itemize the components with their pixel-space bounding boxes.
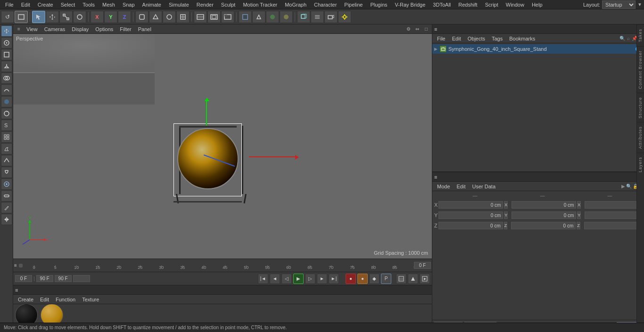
menu-snap[interactable]: Snap — [119, 1, 138, 8]
menu-select[interactable]: Select — [58, 1, 79, 8]
size-z-btn[interactable]: Z — [577, 222, 580, 229]
view-cube-button[interactable] — [297, 11, 310, 23]
goto-end-button[interactable]: ►| — [329, 274, 339, 284]
tool-cursor[interactable] — [1, 37, 12, 49]
timeline-cursor[interactable] — [19, 264, 23, 267]
tool-special1[interactable]: S — [1, 120, 12, 131]
pos-y-input[interactable] — [438, 211, 503, 219]
size-y-btn[interactable]: Y — [577, 211, 581, 219]
end-frame-input[interactable] — [414, 262, 431, 269]
attr-user-data-menu[interactable]: User Data — [470, 183, 499, 190]
attr-search-icon[interactable]: 🔍 — [626, 184, 632, 189]
rot-z-input[interactable] — [584, 222, 644, 229]
render-preview-button[interactable] — [420, 274, 430, 284]
undo-button[interactable]: ↺ — [1, 11, 14, 23]
tool-polygon[interactable] — [1, 49, 12, 60]
render-region-button[interactable] — [194, 11, 207, 23]
tool-move[interactable] — [1, 25, 12, 37]
attr-handle-icon[interactable]: ≡ — [434, 174, 437, 180]
mat-function-menu[interactable]: Function — [53, 296, 78, 303]
menu-script[interactable]: Script — [482, 1, 502, 8]
attr-edit-menu[interactable]: Edit — [454, 183, 469, 190]
paint-tool-button[interactable] — [266, 11, 279, 23]
gong-object[interactable] — [173, 123, 249, 203]
axis-z-button[interactable]: Z — [118, 11, 131, 23]
attr-arrow-icon[interactable]: ▶ — [621, 184, 625, 189]
key-button[interactable]: ◆ — [369, 274, 380, 284]
om-objects-menu[interactable]: Objects — [465, 35, 488, 42]
menu-mograph[interactable]: MoGraph — [281, 1, 310, 8]
menu-edit[interactable]: Edit — [18, 1, 33, 8]
object-item-gong[interactable]: ▶ Symphonic_Gong_40_inch_Square_Stand — [432, 44, 644, 54]
tool-rotate[interactable] — [1, 108, 12, 119]
texture-mode-button[interactable] — [176, 11, 190, 23]
rotate-tool-button[interactable] — [73, 11, 86, 23]
render-viewer-button[interactable] — [221, 11, 234, 23]
vp-options-menu[interactable]: Options — [92, 25, 116, 33]
grid-button[interactable] — [311, 11, 324, 23]
redo-button[interactable] — [15, 11, 28, 23]
camera-button[interactable] — [324, 11, 338, 23]
tool-brush[interactable] — [1, 143, 12, 154]
menu-render[interactable]: Render — [193, 1, 217, 8]
end-frame-input2[interactable] — [55, 275, 72, 282]
tab-attributes[interactable]: Attributes — [637, 122, 644, 153]
menu-pipeline[interactable]: Pipeline — [341, 1, 366, 8]
tool-knife[interactable] — [1, 202, 12, 213]
tool-extrude[interactable] — [1, 61, 12, 72]
menu-plugins[interactable]: Plugins — [367, 1, 390, 8]
tool-soft-selection[interactable] — [1, 155, 12, 166]
tool-deform[interactable] — [1, 84, 12, 96]
om-tags-menu[interactable]: Tags — [489, 35, 505, 42]
play-button[interactable]: ▶ — [293, 274, 304, 284]
view-top-button[interactable] — [239, 11, 252, 23]
menu-tools[interactable]: Tools — [79, 1, 98, 8]
menu-sculpt[interactable]: Sculpt — [218, 1, 239, 8]
vp-view-menu[interactable]: View — [24, 25, 41, 33]
model-mode-button[interactable] — [149, 11, 162, 23]
mat-edit-menu[interactable]: Edit — [37, 296, 52, 303]
goto-start-button[interactable]: |◄ — [258, 274, 268, 284]
size-y-input[interactable] — [512, 211, 576, 219]
pos-z-input[interactable] — [438, 222, 503, 229]
tool-subdivide[interactable] — [1, 131, 12, 143]
mat-texture-menu[interactable]: Texture — [79, 296, 102, 303]
render-anim-button[interactable] — [207, 11, 221, 23]
menu-redshift[interactable]: Redshift — [455, 1, 480, 8]
timeline-handle[interactable]: ≡ — [14, 263, 17, 268]
viewport-canvas[interactable]: Perspective Grid Spacing : 1000 cm Y X — [13, 34, 432, 259]
menu-window[interactable]: Window — [503, 1, 528, 8]
record-button[interactable]: ● — [346, 274, 356, 284]
scale-tool-button[interactable] — [59, 11, 73, 23]
menu-vray[interactable]: V-Ray Bridge — [392, 1, 429, 8]
next-frame-button[interactable]: ► — [317, 274, 327, 284]
pos-x-btn[interactable]: X — [504, 201, 508, 209]
tab-takes[interactable]: Takes — [637, 24, 644, 46]
motion-mode-button[interactable] — [396, 274, 406, 284]
prev-key-button[interactable]: ◁ — [281, 274, 292, 284]
tab-structure[interactable]: Structure — [637, 93, 644, 122]
mat-create-menu[interactable]: Create — [15, 296, 36, 303]
menu-3dtoall[interactable]: 3DToAll — [429, 1, 454, 8]
viewport-handle[interactable]: ≡ — [15, 25, 23, 33]
move-tool-button[interactable] — [46, 11, 59, 23]
om-header-icon[interactable]: ≡ — [434, 26, 437, 32]
timeline-ruler[interactable]: 0 5 10 15 20 25 30 35 40 45 50 55 60 65 … — [24, 259, 414, 272]
size-x-input[interactable] — [512, 201, 576, 209]
current-frame-input[interactable] — [15, 275, 32, 282]
playback-settings-button[interactable] — [408, 274, 418, 284]
vp-display-menu[interactable]: Display — [69, 25, 91, 33]
pen-tool-button[interactable] — [252, 11, 265, 23]
menu-motion-tracker[interactable]: Motion Tracker — [239, 1, 281, 8]
om-item-expand[interactable]: ▶ — [434, 47, 438, 51]
select-tool-button[interactable] — [32, 11, 45, 23]
menu-animate[interactable]: Animate — [139, 1, 165, 8]
menu-file[interactable]: File — [2, 1, 17, 8]
tool-magnet[interactable] — [1, 167, 12, 178]
play-region-button[interactable]: P — [381, 274, 391, 284]
layout-dropdown[interactable]: Startup Standard — [602, 0, 636, 9]
start-frame-input[interactable] — [36, 275, 53, 282]
vp-panel-menu[interactable]: Panel — [135, 25, 154, 33]
next-key-button[interactable]: ▷ — [305, 274, 315, 284]
pos-z-btn[interactable]: Z — [504, 222, 508, 229]
